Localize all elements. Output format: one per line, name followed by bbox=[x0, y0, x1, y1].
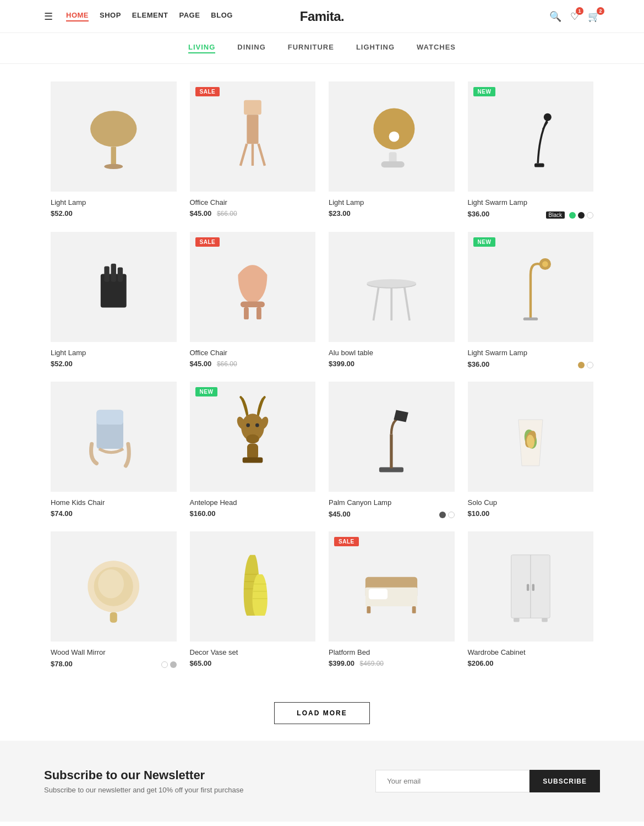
load-more-button[interactable]: LOAD MORE bbox=[274, 702, 369, 724]
product-card[interactable]: ♡ ADD TO CART ⊕ Light Lamp $23.00 bbox=[322, 75, 461, 225]
quickview-button[interactable]: ⊕ bbox=[571, 623, 587, 637]
product-card[interactable]: ♡ ADD TO CART ⊕ Alu bowl table $399.00 bbox=[322, 225, 461, 375]
add-to-cart-button[interactable]: ADD TO CART bbox=[78, 473, 150, 487]
nav-shop[interactable]: SHOP bbox=[100, 11, 121, 21]
wishlist-button[interactable]: ♡ bbox=[197, 173, 212, 187]
product-card[interactable]: ♡ ADD TO CART ⊕ Wood Wall Mirror $78.00 bbox=[44, 525, 183, 675]
quickview-button[interactable]: ⊕ bbox=[571, 323, 587, 338]
product-name: Palm Canyon Lamp bbox=[329, 498, 455, 507]
product-card[interactable]: ♡ ADD TO CART ⊕ Light Lamp $52.00 bbox=[44, 225, 183, 375]
product-card[interactable]: ♡ ADD TO CART ⊕ Home Kids Chair $74.00 bbox=[44, 375, 183, 525]
add-to-cart-button[interactable]: ADD TO CART bbox=[495, 173, 567, 187]
quickview-button[interactable]: ⊕ bbox=[293, 623, 309, 637]
product-card[interactable]: NEW ♡ ADD TO CART ⊕ Light Swarm Lamp $36… bbox=[461, 75, 601, 225]
cat-dining[interactable]: DINING bbox=[237, 43, 266, 53]
newsletter-subscribe-button[interactable]: SUBSCRIBE bbox=[530, 770, 600, 792]
wishlist-button[interactable]: ♡ bbox=[197, 623, 212, 637]
add-to-cart-button[interactable]: ADD TO CART bbox=[78, 173, 150, 187]
wishlist-button[interactable]: ♡ bbox=[474, 623, 490, 637]
add-to-cart-button[interactable]: ADD TO CART bbox=[217, 473, 290, 487]
cat-living[interactable]: LIVING bbox=[188, 43, 215, 53]
product-card[interactable]: SALE ♡ ADD TO CART ⊕ Office Chair $45.00… bbox=[183, 75, 323, 225]
nav-page[interactable]: PAGE bbox=[179, 11, 200, 21]
wishlist-button[interactable]: ♡ bbox=[57, 323, 73, 338]
wishlist-button[interactable]: ♡ bbox=[335, 173, 351, 187]
product-card[interactable]: SALE ♡ ADD TO CART ⊕ P bbox=[322, 525, 461, 675]
wishlist-button[interactable]: ♡ bbox=[57, 473, 73, 487]
quickview-button[interactable]: ⊕ bbox=[155, 323, 170, 338]
wishlist-button[interactable]: ♡ bbox=[474, 323, 490, 338]
product-card[interactable]: ♡ ADD TO CART ⊕ Light Lamp $52.00 bbox=[44, 75, 183, 225]
wishlist-button[interactable]: ♡ bbox=[335, 323, 351, 338]
add-to-cart-button[interactable]: ADD TO CART bbox=[495, 473, 567, 487]
quickview-button[interactable]: ⊕ bbox=[155, 623, 170, 637]
nav-element[interactable]: ELEMENT bbox=[132, 11, 168, 21]
add-to-cart-button[interactable]: ADD TO CART bbox=[356, 323, 428, 338]
hamburger-icon[interactable]: ☰ bbox=[44, 10, 53, 23]
swatch-dark[interactable] bbox=[439, 512, 446, 518]
swatch-green[interactable] bbox=[569, 212, 576, 219]
cart-icon[interactable]: 🛒 2 bbox=[588, 10, 600, 23]
quickview-button[interactable]: ⊕ bbox=[293, 323, 309, 338]
nav-blog[interactable]: BLOG bbox=[211, 11, 233, 21]
wishlist-icon[interactable]: ♡ 1 bbox=[570, 10, 579, 23]
add-to-cart-button[interactable]: ADD TO CART bbox=[356, 623, 428, 637]
add-to-cart-button[interactable]: ADD TO CART bbox=[78, 623, 150, 637]
add-to-cart-button[interactable]: ADD TO CART bbox=[217, 323, 290, 338]
svg-rect-15 bbox=[104, 267, 109, 282]
wishlist-button[interactable]: ♡ bbox=[57, 623, 73, 637]
newsletter-email-input[interactable] bbox=[375, 770, 530, 792]
product-card[interactable]: ♡ ADD TO CART ⊕ Decor Vase set $65.00 bbox=[183, 525, 323, 675]
add-to-cart-button[interactable]: ADD TO CART bbox=[495, 623, 567, 637]
product-card[interactable]: ♡ ADD TO CART ⊕ Palm Canyon Lamp $45.00 bbox=[322, 375, 461, 525]
quickview-button[interactable]: ⊕ bbox=[571, 473, 587, 487]
cat-lighting[interactable]: LIGHTING bbox=[356, 43, 395, 53]
product-card[interactable]: ♡ ADD TO CART ⊕ Wardrobe Cabinet $206.00 bbox=[461, 525, 601, 675]
quickview-button[interactable]: ⊕ bbox=[433, 623, 448, 637]
wishlist-button[interactable]: ♡ bbox=[335, 473, 351, 487]
add-to-cart-button[interactable]: ADD TO CART bbox=[495, 323, 567, 338]
wishlist-button[interactable]: ♡ bbox=[57, 173, 73, 187]
cat-watches[interactable]: WATCHES bbox=[417, 43, 456, 53]
product-image: ♡ ADD TO CART ⊕ bbox=[468, 382, 594, 492]
swatch-white[interactable] bbox=[587, 212, 593, 219]
quickview-button[interactable]: ⊕ bbox=[433, 473, 448, 487]
add-to-cart-button[interactable]: ADD TO CART bbox=[217, 623, 290, 637]
add-to-cart-button[interactable]: ADD TO CART bbox=[217, 173, 290, 187]
cat-furniture[interactable]: FURNITURE bbox=[288, 43, 334, 53]
newsletter-text: Subscribe to our Newsletter Subscribe to… bbox=[44, 768, 244, 794]
product-price: $23.00 bbox=[329, 209, 455, 218]
add-to-cart-button[interactable]: ADD TO CART bbox=[356, 473, 428, 487]
quickview-button[interactable]: ⊕ bbox=[433, 323, 448, 338]
quickview-button[interactable]: ⊕ bbox=[293, 473, 309, 487]
wishlist-button[interactable]: ♡ bbox=[335, 623, 351, 637]
quickview-button[interactable]: ⊕ bbox=[571, 173, 587, 187]
product-card[interactable]: ♡ ADD TO CART ⊕ Solo Cup $10.00 bbox=[461, 375, 601, 525]
quickview-button[interactable]: ⊕ bbox=[155, 473, 170, 487]
swatch-white[interactable] bbox=[448, 512, 455, 518]
quickview-button[interactable]: ⊕ bbox=[433, 173, 448, 187]
quickview-button[interactable]: ⊕ bbox=[293, 173, 309, 187]
site-logo[interactable]: Famita. bbox=[300, 9, 345, 24]
swatch-black[interactable] bbox=[578, 212, 585, 219]
search-icon[interactable]: 🔍 bbox=[549, 10, 561, 23]
wishlist-button[interactable]: ♡ bbox=[474, 473, 490, 487]
product-name: Light Lamp bbox=[51, 349, 177, 357]
product-price: $45.00 bbox=[329, 510, 351, 518]
quickview-button[interactable]: ⊕ bbox=[155, 173, 170, 187]
product-badge-sale: SALE bbox=[195, 237, 220, 247]
wishlist-button[interactable]: ♡ bbox=[197, 323, 212, 338]
svg-line-23 bbox=[373, 287, 378, 320]
nav-home[interactable]: HOME bbox=[66, 11, 89, 21]
swatch-white[interactable] bbox=[587, 362, 593, 368]
product-card[interactable]: SALE ♡ ADD TO CART ⊕ Office Chair $45.00… bbox=[183, 225, 323, 375]
product-card[interactable]: NEW bbox=[183, 375, 323, 525]
add-to-cart-button[interactable]: ADD TO CART bbox=[356, 173, 428, 187]
swatch-white[interactable] bbox=[161, 661, 168, 668]
swatch-silver[interactable] bbox=[170, 661, 177, 668]
product-card[interactable]: NEW ♡ ADD TO CART ⊕ Light Swarm Lamp $36… bbox=[461, 225, 601, 375]
add-to-cart-button[interactable]: ADD TO CART bbox=[78, 323, 150, 338]
wishlist-button[interactable]: ♡ bbox=[197, 473, 212, 487]
wishlist-button[interactable]: ♡ bbox=[474, 173, 490, 187]
swatch-gold[interactable] bbox=[578, 362, 585, 368]
